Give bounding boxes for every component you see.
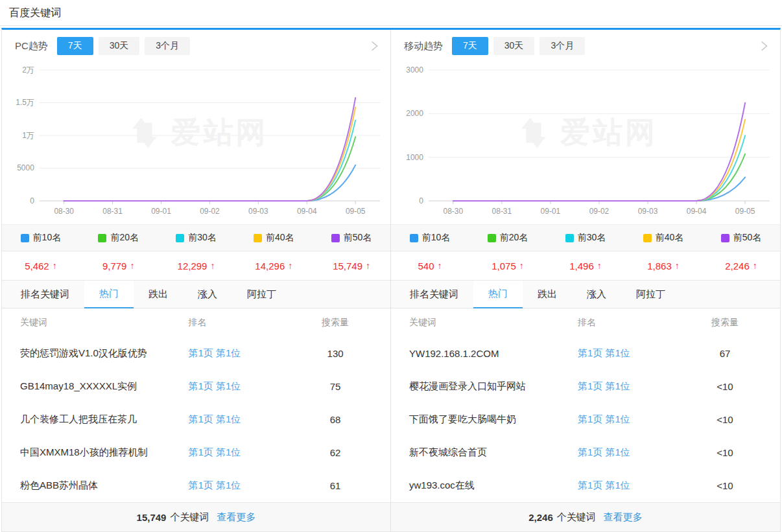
up-arrow-icon: ↑ (53, 260, 57, 271)
keyword-total: 15,749 (137, 512, 167, 523)
col-header-rank: 排名 (578, 317, 687, 329)
keyword-cell: GB14may18_XXXXXL实例 (2, 380, 189, 393)
legend-label: 前30名 (578, 232, 606, 244)
tab-hot[interactable]: 热门 (473, 281, 523, 308)
up-arrow-icon: ↑ (519, 260, 524, 271)
period-tab-3m[interactable]: 3个月 (539, 37, 585, 55)
legend-item[interactable]: 前10名 (2, 232, 80, 244)
tab-aladdin[interactable]: 阿拉丁 (621, 281, 680, 308)
stat-number: 1,496 (569, 260, 594, 272)
period-tab-7d[interactable]: 7天 (452, 37, 488, 55)
rank-link[interactable]: 第1页 第1位 (189, 413, 298, 426)
stat-number: 14,296 (255, 260, 285, 272)
col-header-rank: 排名 (189, 317, 298, 329)
rank-link[interactable]: 第1页 第1位 (578, 380, 687, 393)
keyword-panel: PC趋势 7天30天3个月 爱站网 050001万1.5万2万08-3008-3… (2, 30, 391, 531)
period-tab-30d[interactable]: 30天 (493, 37, 535, 55)
stat-value: 2,246↑ (702, 260, 780, 272)
tab-ranking[interactable]: 排名关键词 (6, 281, 84, 308)
keyword-tabs: 排名关键词热门跌出涨入阿拉丁 (391, 280, 780, 308)
panel-footer: 2,246 个关键词 查看更多 (391, 502, 780, 531)
legend-item[interactable]: 前20名 (469, 232, 547, 244)
keyword-cell: 樱花漫画登录入口知乎网站 (391, 380, 578, 393)
rank-link[interactable]: 第1页 第1位 (578, 347, 687, 360)
up-arrow-icon: ↑ (675, 260, 680, 271)
svg-text:2000: 2000 (406, 109, 423, 118)
svg-text:1000: 1000 (406, 153, 423, 162)
svg-text:2万: 2万 (22, 65, 34, 75)
stat-value: 540↑ (391, 260, 469, 272)
keyword-total-suffix: 个关键词 (170, 511, 209, 524)
rank-link[interactable]: 第1页 第1位 (578, 446, 687, 459)
chevron-right-icon[interactable] (368, 40, 380, 52)
view-more-link[interactable]: 查看更多 (217, 511, 255, 524)
legend-item[interactable]: 前10名 (391, 232, 469, 244)
up-arrow-icon: ↑ (753, 260, 757, 271)
view-more-link[interactable]: 查看更多 (604, 511, 643, 524)
legend-item[interactable]: 前50名 (702, 232, 780, 244)
table-row: YW192.168.1.2COM第1页 第1位67 (391, 337, 780, 370)
tab-dropped[interactable]: 跌出 (523, 281, 572, 308)
rank-link[interactable]: 第1页 第1位 (578, 480, 687, 492)
tab-risen[interactable]: 涨入 (183, 281, 232, 308)
svg-text:0: 0 (419, 196, 423, 205)
tab-aladdin[interactable]: 阿拉丁 (232, 281, 291, 308)
table-body: YW192.168.1.2COM第1页 第1位67樱花漫画登录入口知乎网站第1页… (391, 337, 780, 502)
legend-item[interactable]: 前20名 (80, 232, 158, 244)
table-row: 新不夜城综合首页第1页 第1位<10 (391, 436, 780, 469)
stat-value: 5,462↑ (2, 260, 80, 272)
legend-label: 前10名 (33, 232, 62, 244)
panel-title: PC趋势 (15, 40, 48, 52)
rank-link[interactable]: 第1页 第1位 (189, 380, 298, 393)
volume-cell: <10 (687, 480, 780, 491)
legend-swatch (565, 234, 574, 242)
keyword-total: 2,246 (528, 512, 553, 523)
legend-item[interactable]: 前40名 (624, 232, 702, 244)
tab-ranking[interactable]: 排名关键词 (395, 281, 473, 308)
stat-number: 12,299 (178, 260, 207, 272)
keyword-cell: 新不夜城综合首页 (391, 446, 578, 459)
svg-text:08-30: 08-30 (54, 207, 74, 216)
rank-link[interactable]: 第1页 第1位 (189, 480, 298, 492)
rank-link[interactable]: 第1页 第1位 (189, 446, 298, 459)
period-tab-30d[interactable]: 30天 (99, 37, 140, 55)
volume-cell: 68 (297, 414, 390, 425)
rank-link[interactable]: 第1页 第1位 (189, 347, 298, 360)
svg-text:09-03: 09-03 (638, 207, 658, 216)
legend-swatch (254, 234, 262, 242)
legend-item[interactable]: 前30名 (158, 232, 235, 244)
keyword-cell: YW192.168.1.2COM (391, 348, 578, 359)
svg-text:09-04: 09-04 (687, 207, 707, 216)
rank-link[interactable]: 第1页 第1位 (578, 413, 687, 426)
stat-number: 2,246 (725, 260, 750, 272)
legend-item[interactable]: 前40名 (235, 232, 313, 244)
legend-item[interactable]: 前50名 (313, 232, 390, 244)
panel-header: 移动趋势 7天30天3个月 (391, 30, 780, 62)
stat-number: 1,863 (647, 260, 672, 272)
trends-card: PC趋势 7天30天3个月 爱站网 050001万1.5万2万08-3008-3… (1, 28, 781, 532)
chart-legend: 前10名前20名前30名前40名前50名 (2, 224, 390, 251)
legend-swatch (643, 234, 652, 242)
volume-cell: <10 (687, 414, 780, 425)
tab-hot[interactable]: 热门 (84, 281, 134, 308)
col-header-volume: 搜索量 (297, 317, 390, 329)
tab-dropped[interactable]: 跌出 (134, 281, 183, 308)
period-tab-3m[interactable]: 3个月 (145, 37, 190, 55)
up-arrow-icon: ↑ (366, 260, 370, 271)
table-row: 中国XMXM18小孩的推荐机制第1页 第1位62 (2, 436, 390, 469)
table-row: 粉色ABB苏州晶体第1页 第1位61 (2, 469, 390, 502)
svg-text:09-03: 09-03 (248, 207, 268, 216)
legend-label: 前20名 (110, 232, 139, 244)
chart-legend: 前10名前20名前30名前40名前50名 (391, 224, 780, 251)
stat-value: 9,779↑ (80, 260, 158, 272)
legend-item[interactable]: 前30名 (547, 232, 624, 244)
legend-label: 前50名 (344, 232, 372, 244)
volume-cell: 75 (297, 381, 390, 392)
stat-value: 1,075↑ (469, 260, 547, 272)
tab-risen[interactable]: 涨入 (572, 281, 621, 308)
chevron-right-icon[interactable] (758, 40, 770, 52)
period-tab-7d[interactable]: 7天 (57, 37, 93, 55)
col-header-keyword: 关键词 (2, 317, 189, 329)
legend-label: 前40名 (266, 232, 294, 244)
svg-text:1万: 1万 (22, 131, 34, 140)
